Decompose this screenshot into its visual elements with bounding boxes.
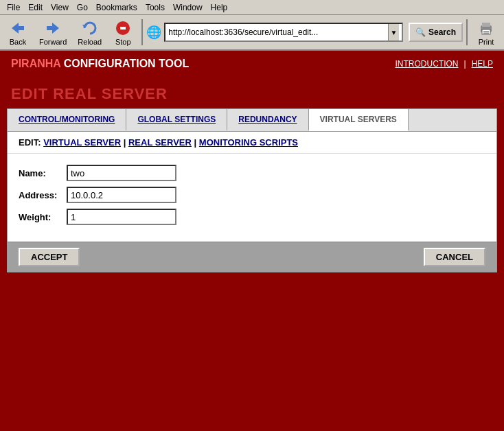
content-box: CONTROL/MONITORING GLOBAL SETTINGS REDUN… xyxy=(7,108,497,272)
menu-help[interactable]: Help xyxy=(207,1,232,14)
globe-icon: 🌐 xyxy=(146,25,161,40)
page-title-area: EDIT REAL SERVER xyxy=(0,77,504,108)
svg-rect-9 xyxy=(483,33,489,34)
svg-marker-1 xyxy=(47,23,59,34)
toolbar: Back Forward Reload Stop 🌐 xyxy=(0,15,504,51)
svg-rect-4 xyxy=(120,27,126,30)
stop-icon xyxy=(113,19,133,38)
address-area: 🌐 ▼ 🔍 Search xyxy=(146,23,463,42)
menu-view[interactable]: View xyxy=(47,1,73,14)
tab-virtual-servers[interactable]: VIRTUAL SERVERS xyxy=(309,109,409,131)
name-label: Name: xyxy=(19,168,67,178)
tab-global-settings[interactable]: GLOBAL SETTINGS xyxy=(126,109,227,131)
menu-window[interactable]: Window xyxy=(169,1,207,14)
toolbar-separator-2 xyxy=(466,19,468,45)
breadcrumb-virtual-server[interactable]: VIRTUAL SERVER xyxy=(43,137,121,148)
brand-name: PIRANHA xyxy=(11,58,60,69)
page-title: EDIT REAL SERVER xyxy=(11,85,493,103)
header-title: PIRANHA CONFIGURATION TOOL xyxy=(11,58,189,70)
name-input[interactable] xyxy=(67,165,176,181)
button-bar: ACCEPT CANCEL xyxy=(8,242,496,272)
form-row-weight: Weight: xyxy=(19,209,485,225)
reload-button[interactable]: Reload xyxy=(73,16,106,48)
forward-icon xyxy=(43,19,62,38)
tabs-row: CONTROL/MONITORING GLOBAL SETTINGS REDUN… xyxy=(8,109,496,132)
stop-button[interactable]: Stop xyxy=(108,16,138,48)
address-dropdown[interactable]: ▼ xyxy=(388,24,399,40)
form-row-address: Address: xyxy=(19,187,485,203)
accept-button[interactable]: ACCEPT xyxy=(19,248,80,266)
form-area: Name: Address: Weight: xyxy=(8,154,496,236)
breadcrumb-real-server[interactable]: REAL SERVER xyxy=(128,137,192,148)
back-icon xyxy=(8,19,27,38)
address-bar: ▼ xyxy=(164,23,403,42)
header-links: INTRODUCTION | HELP xyxy=(396,59,493,69)
tab-redundancy[interactable]: REDUNDANCY xyxy=(227,109,308,131)
address-input[interactable] xyxy=(168,27,388,37)
print-icon xyxy=(477,19,496,38)
form-row-name: Name: xyxy=(19,165,485,181)
back-button[interactable]: Back xyxy=(3,16,33,48)
edit-breadcrumb: EDIT: VIRTUAL SERVER | REAL SERVER | MON… xyxy=(8,132,496,154)
reload-icon xyxy=(80,19,100,38)
svg-marker-0 xyxy=(12,23,24,34)
toolbar-separator xyxy=(141,19,143,45)
tab-control-monitoring[interactable]: CONTROL/MONITORING xyxy=(8,109,126,131)
breadcrumb-monitoring-scripts[interactable]: MONITORING SCRIPTS xyxy=(199,137,298,148)
svg-rect-8 xyxy=(483,31,489,32)
address-input-form[interactable] xyxy=(67,187,176,203)
menu-edit[interactable]: Edit xyxy=(24,1,47,14)
menu-go[interactable]: Go xyxy=(73,1,92,14)
header-bar: PIRANHA CONFIGURATION TOOL INTRODUCTION … xyxy=(0,51,504,77)
weight-label: Weight: xyxy=(19,212,67,222)
search-button[interactable]: 🔍 Search xyxy=(409,23,463,42)
print-button[interactable]: Print xyxy=(471,16,501,48)
browser-content: PIRANHA CONFIGURATION TOOL INTRODUCTION … xyxy=(0,51,504,431)
introduction-link[interactable]: INTRODUCTION xyxy=(396,59,459,69)
help-link[interactable]: HELP xyxy=(472,59,493,69)
cancel-button[interactable]: CANCEL xyxy=(424,248,485,266)
svg-rect-6 xyxy=(482,23,490,27)
search-icon: 🔍 xyxy=(415,27,426,37)
menu-tools[interactable]: Tools xyxy=(141,1,169,14)
address-label: Address: xyxy=(19,190,67,200)
weight-input[interactable] xyxy=(67,209,176,225)
menu-bar: File Edit View Go Bookmarks Tools Window… xyxy=(0,0,504,15)
forward-button[interactable]: Forward xyxy=(34,16,71,48)
breadcrumb-prefix: EDIT: xyxy=(19,137,41,148)
menu-bookmarks[interactable]: Bookmarks xyxy=(92,1,141,14)
menu-file[interactable]: File xyxy=(3,1,24,14)
